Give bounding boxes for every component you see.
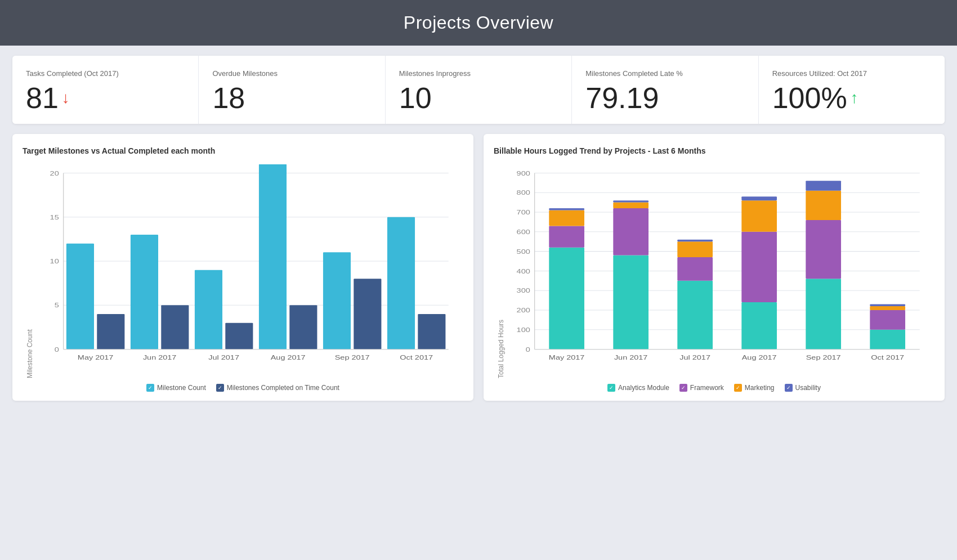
kpi-row: Tasks Completed (Oct 2017)81↓Overdue Mil… — [12, 56, 945, 124]
svg-rect-56 — [613, 208, 649, 256]
svg-text:Oct 2017: Oct 2017 — [400, 354, 433, 361]
kpi-value-tasks-completed: 81↓ — [26, 83, 187, 113]
svg-rect-10 — [66, 244, 94, 350]
svg-text:10: 10 — [50, 258, 59, 265]
svg-rect-65 — [741, 302, 777, 350]
svg-text:200: 200 — [517, 307, 530, 314]
arrow-up-icon: ↑ — [851, 90, 858, 106]
bar-chart-2-y-label: Total Logged Hours — [494, 164, 505, 378]
svg-rect-19 — [259, 164, 287, 350]
svg-text:900: 900 — [517, 169, 530, 177]
svg-text:0: 0 — [526, 346, 530, 353]
svg-text:600: 600 — [517, 228, 530, 235]
svg-rect-52 — [549, 210, 584, 226]
charts-row: Target Milestones vs Actual Completed ea… — [12, 134, 945, 401]
svg-text:Jun 2017: Jun 2017 — [143, 354, 176, 361]
svg-rect-25 — [387, 217, 415, 350]
svg-rect-63 — [677, 240, 713, 241]
legend-item: ✓Marketing — [734, 384, 775, 392]
svg-rect-22 — [323, 252, 351, 349]
svg-text:Oct 2017: Oct 2017 — [871, 354, 904, 361]
svg-text:400: 400 — [517, 267, 530, 275]
svg-text:Aug 2017: Aug 2017 — [271, 354, 306, 361]
bar-chart-1-card: Target Milestones vs Actual Completed ea… — [12, 134, 473, 401]
svg-rect-55 — [613, 256, 649, 350]
svg-rect-66 — [741, 232, 777, 302]
svg-rect-14 — [161, 305, 189, 349]
svg-text:500: 500 — [517, 248, 530, 255]
kpi-value-resources-utilized: 100%↑ — [772, 83, 933, 113]
kpi-card-overdue-milestones: Overdue Milestones18 — [199, 56, 385, 124]
svg-text:300: 300 — [517, 287, 530, 294]
kpi-label-milestones-inprogress: Milestones Inprogress — [399, 69, 560, 78]
legend-item: ✓Usability — [785, 384, 821, 392]
svg-text:15: 15 — [50, 213, 59, 221]
bar-chart-2-title: Billable Hours Logged Trend by Projects … — [494, 146, 934, 155]
svg-text:Jun 2017: Jun 2017 — [614, 354, 647, 361]
kpi-value-milestones-inprogress: 10 — [399, 83, 560, 113]
svg-rect-70 — [806, 279, 841, 349]
legend-item: ✓Framework — [679, 384, 724, 392]
svg-text:Aug 2017: Aug 2017 — [742, 354, 777, 361]
svg-rect-53 — [549, 208, 584, 210]
svg-rect-13 — [131, 235, 158, 350]
kpi-card-tasks-completed: Tasks Completed (Oct 2017)81↓ — [12, 56, 199, 124]
svg-rect-60 — [677, 281, 713, 350]
svg-rect-23 — [354, 279, 381, 349]
svg-text:100: 100 — [517, 326, 530, 334]
svg-text:20: 20 — [50, 169, 59, 177]
svg-text:May 2017: May 2017 — [78, 354, 114, 361]
svg-rect-11 — [97, 314, 124, 350]
bar-chart-1-svg: 05101520May 2017Jun 2017Jul 2017Aug 2017… — [34, 164, 463, 378]
kpi-label-tasks-completed: Tasks Completed (Oct 2017) — [26, 69, 187, 78]
svg-text:Jul 2017: Jul 2017 — [208, 354, 239, 361]
svg-rect-72 — [806, 191, 841, 220]
page-header: Projects Overview — [0, 0, 957, 46]
bar-chart-2-card: Billable Hours Logged Trend by Projects … — [484, 134, 945, 401]
kpi-label-resources-utilized: Resources Utilized: Oct 2017 — [772, 69, 933, 78]
svg-rect-16 — [195, 270, 222, 350]
kpi-label-milestones-completed-late: Milestones Completed Late % — [585, 69, 746, 78]
bar-chart-2-legend: ✓Analytics Module✓Framework✓Marketing✓Us… — [494, 384, 934, 392]
svg-rect-58 — [613, 200, 649, 202]
bar-chart-1-y-label: Milestone Count — [23, 164, 34, 378]
svg-rect-61 — [677, 257, 713, 281]
legend-item: ✓Milestones Completed on Time Count — [216, 384, 339, 392]
svg-rect-73 — [806, 181, 841, 190]
svg-text:Jul 2017: Jul 2017 — [679, 354, 710, 361]
kpi-card-milestones-inprogress: Milestones Inprogress10 — [386, 56, 572, 124]
main-content: Tasks Completed (Oct 2017)81↓Overdue Mil… — [0, 46, 957, 411]
svg-text:800: 800 — [517, 189, 530, 196]
svg-rect-75 — [870, 330, 905, 350]
svg-text:Sep 2017: Sep 2017 — [335, 354, 370, 361]
svg-text:5: 5 — [55, 302, 59, 309]
kpi-value-overdue-milestones: 18 — [212, 83, 373, 113]
bar-chart-1-title: Target Milestones vs Actual Completed ea… — [23, 146, 463, 155]
svg-rect-26 — [418, 314, 445, 350]
svg-rect-68 — [741, 196, 777, 200]
kpi-value-milestones-completed-late: 79.19 — [585, 83, 746, 113]
page-title: Projects Overview — [404, 12, 553, 33]
bar-chart-2-svg: 0100200300400500600700800900May 2017Jun … — [505, 164, 934, 378]
svg-rect-62 — [677, 241, 713, 257]
svg-rect-57 — [613, 203, 649, 208]
svg-text:Sep 2017: Sep 2017 — [806, 354, 841, 361]
kpi-card-milestones-completed-late: Milestones Completed Late %79.19 — [572, 56, 758, 124]
svg-rect-78 — [870, 304, 905, 306]
svg-rect-77 — [870, 306, 905, 310]
bar-chart-1-legend: ✓Milestone Count✓Milestones Completed on… — [23, 384, 463, 392]
svg-text:0: 0 — [55, 346, 59, 353]
svg-text:700: 700 — [517, 209, 530, 216]
arrow-down-icon: ↓ — [62, 90, 70, 106]
svg-rect-17 — [225, 323, 253, 350]
svg-rect-50 — [549, 248, 584, 350]
svg-rect-71 — [806, 220, 841, 279]
legend-item: ✓Milestone Count — [146, 384, 206, 392]
svg-rect-67 — [741, 200, 777, 232]
svg-rect-76 — [870, 310, 905, 330]
legend-item: ✓Analytics Module — [607, 384, 669, 392]
svg-text:May 2017: May 2017 — [549, 354, 585, 361]
svg-rect-51 — [549, 226, 584, 247]
svg-rect-20 — [289, 305, 317, 349]
kpi-label-overdue-milestones: Overdue Milestones — [212, 69, 373, 78]
